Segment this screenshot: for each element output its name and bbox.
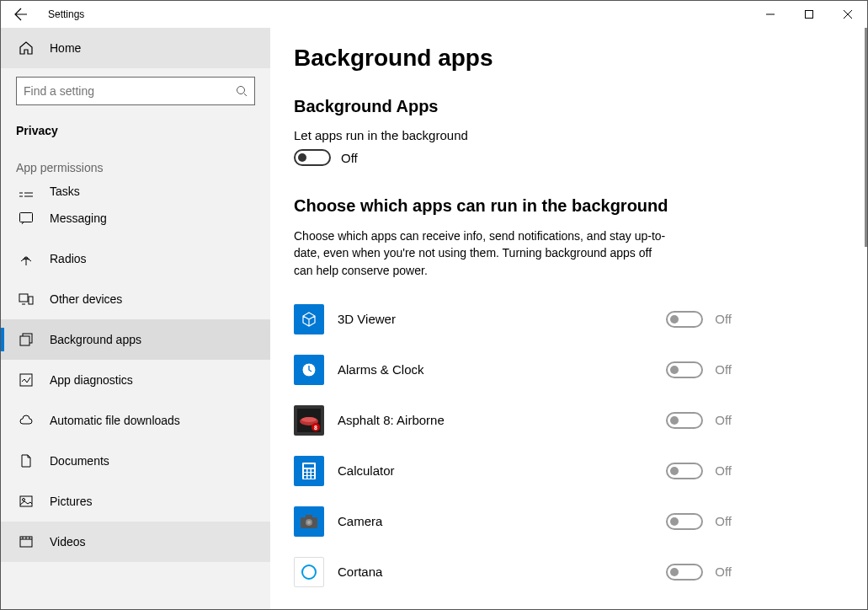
app-toggle-camera[interactable]: [666, 513, 703, 530]
cloud-icon: [18, 412, 35, 429]
svg-text:8: 8: [314, 425, 317, 431]
arrow-left-icon: [14, 8, 28, 21]
svg-rect-20: [304, 469, 306, 472]
titlebar: Settings: [1, 1, 867, 28]
app-name: Alarms & Clock: [338, 362, 647, 377]
master-toggle-state: Off: [341, 151, 358, 165]
app-list: 3D Viewer Off Alarms & Clock Off 8: [294, 294, 732, 597]
window-title: Settings: [48, 8, 84, 20]
search-wrap: [1, 68, 270, 114]
close-button[interactable]: [828, 1, 867, 28]
app-toggle-state: Off: [715, 565, 732, 579]
app-toggle-wrap: Off: [647, 412, 732, 429]
svg-rect-28: [312, 476, 314, 479]
nav-label: Documents: [50, 454, 109, 468]
sidebar-item-automatic-file-downloads[interactable]: Automatic file downloads: [1, 400, 270, 441]
svg-rect-6: [20, 336, 29, 345]
app-row-cortana: Cortana Off: [294, 547, 732, 597]
svg-point-33: [302, 565, 316, 579]
videos-icon: [18, 533, 35, 550]
svg-point-32: [307, 521, 311, 524]
app-toggle-state: Off: [715, 413, 732, 427]
app-toggle-calculator[interactable]: [666, 463, 703, 479]
svg-point-9: [23, 499, 25, 501]
nav-label: Videos: [50, 535, 86, 548]
sidebar-item-background-apps[interactable]: Background apps: [1, 319, 270, 360]
app-row-alarms-clock: Alarms & Clock Off: [294, 345, 732, 395]
app-row-asphalt8: 8 Asphalt 8: Airborne Off: [294, 395, 732, 446]
app-toggle-wrap: Off: [647, 463, 732, 479]
pictures-icon: [18, 493, 35, 510]
nav-label: App diagnostics: [50, 373, 133, 387]
section-label: App permissions: [1, 147, 270, 183]
search-icon: [236, 85, 248, 97]
sidebar-item-other-devices[interactable]: Other devices: [1, 279, 270, 319]
background-apps-icon: [18, 331, 35, 348]
svg-rect-7: [20, 374, 32, 386]
calculator-icon: [294, 456, 324, 486]
sidebar-item-tasks[interactable]: Tasks: [1, 183, 270, 198]
asphalt8-icon: 8: [294, 405, 324, 436]
master-toggle-desc: Let apps run in the background: [294, 128, 867, 142]
nav-list[interactable]: Tasks Messaging Radios Other devices: [1, 183, 270, 609]
alarms-clock-icon: [294, 355, 324, 385]
svg-rect-22: [312, 469, 314, 472]
nav-label: Background apps: [50, 333, 141, 346]
documents-icon: [18, 452, 35, 469]
sidebar-item-videos[interactable]: Videos: [1, 522, 270, 562]
svg-rect-4: [29, 297, 33, 304]
nav-label: Radios: [50, 252, 87, 265]
app-toggle-alarms-clock[interactable]: [666, 361, 703, 378]
svg-rect-27: [308, 476, 311, 479]
search-input[interactable]: [24, 84, 236, 98]
tasks-icon: [18, 186, 35, 198]
app-toggle-wrap: Off: [647, 513, 732, 530]
sidebar-item-documents[interactable]: Documents: [1, 441, 270, 481]
app-toggle-3d-viewer[interactable]: [666, 311, 703, 328]
sidebar-item-app-diagnostics[interactable]: App diagnostics: [1, 360, 270, 400]
app-name: Cortana: [338, 565, 647, 579]
category-label: Privacy: [1, 114, 270, 147]
minimize-button[interactable]: [751, 1, 790, 28]
scrollbar[interactable]: [864, 28, 867, 264]
home-icon: [18, 40, 35, 56]
app-row-calculator: Calculator Off: [294, 446, 732, 496]
home-nav[interactable]: Home: [1, 28, 270, 68]
sidebar-item-radios[interactable]: Radios: [1, 238, 270, 279]
search-box[interactable]: [16, 77, 255, 105]
app-name: 3D Viewer: [338, 312, 647, 326]
section-choose-apps-desc: Choose which apps can receive info, send…: [294, 227, 673, 279]
cortana-icon: [294, 557, 324, 587]
app-toggle-state: Off: [715, 312, 732, 326]
sidebar: Home Privacy App permissions Tasks: [1, 28, 270, 609]
app-toggle-state: Off: [715, 362, 732, 377]
app-toggle-cortana[interactable]: [666, 564, 703, 581]
nav-label: Other devices: [50, 292, 122, 306]
minimize-icon: [766, 10, 775, 19]
home-label: Home: [50, 41, 81, 55]
svg-rect-2: [20, 213, 33, 222]
app-toggle-wrap: Off: [647, 564, 732, 581]
scrollbar-thumb[interactable]: [865, 28, 867, 247]
app-toggle-state: Off: [715, 514, 732, 528]
master-toggle[interactable]: [294, 149, 331, 166]
page-title: Background apps: [294, 45, 867, 72]
svg-rect-24: [308, 473, 311, 475]
master-toggle-row: Off: [294, 149, 867, 166]
app-row-camera: Camera Off: [294, 496, 732, 547]
sidebar-item-pictures[interactable]: Pictures: [1, 481, 270, 522]
svg-rect-0: [806, 11, 813, 19]
window-controls: [751, 1, 867, 28]
app-name: Calculator: [338, 463, 647, 478]
app-name: Asphalt 8: Airborne: [338, 413, 647, 427]
svg-point-1: [237, 87, 245, 94]
svg-rect-8: [20, 496, 32, 506]
section-background-apps-header: Background Apps: [294, 97, 867, 116]
svg-point-15: [301, 417, 317, 422]
maximize-icon: [805, 10, 813, 19]
app-toggle-wrap: Off: [647, 311, 732, 328]
back-button[interactable]: [1, 1, 41, 28]
maximize-button[interactable]: [790, 1, 828, 28]
app-toggle-asphalt8[interactable]: [666, 412, 703, 429]
sidebar-item-messaging[interactable]: Messaging: [1, 198, 270, 238]
